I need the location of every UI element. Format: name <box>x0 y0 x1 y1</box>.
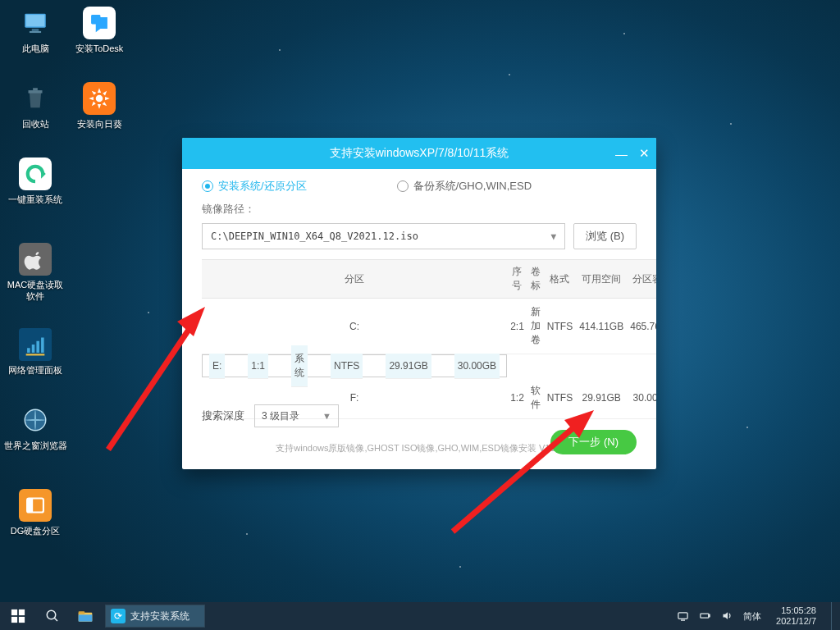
svg-rect-10 <box>36 341 39 353</box>
svg-rect-9 <box>32 345 35 353</box>
browse-button[interactable]: 浏览 (B) <box>573 223 637 249</box>
search-depth-select[interactable]: 3 级目录 ▼ <box>254 404 339 427</box>
desktop-icon-recycle-bin[interactable]: 回收站 <box>3 82 67 130</box>
svg-rect-21 <box>11 609 17 615</box>
close-button[interactable]: ✕ <box>639 146 650 161</box>
svg-rect-33 <box>709 614 710 617</box>
desktop-icon-mac-disk[interactable]: MAC硬盘读取软件 <box>3 243 67 302</box>
table-row[interactable]: C:2:1新加卷NTFS414.11GB465.76GB <box>202 299 656 354</box>
chevron-down-icon: ▼ <box>550 231 556 242</box>
svg-point-7 <box>96 95 103 103</box>
titlebar[interactable]: 支持安装windowsXP/7/8/10/11系统 — ✕ <box>182 138 656 169</box>
desktop-icon-label: 世界之窗浏览器 <box>4 441 67 450</box>
tab-label: 安装系统/还原分区 <box>218 179 307 194</box>
start-button[interactable] <box>0 602 36 630</box>
desktop-icon-reinstall[interactable]: 一键重装系统 <box>3 158 67 205</box>
tray-network-icon[interactable] <box>677 609 689 623</box>
tab-label: 备份系统/GHO,WIN,ESD <box>413 179 532 194</box>
desktop-icon-label: 一键重装系统 <box>8 194 62 204</box>
desktop-icon-label: 回收站 <box>22 119 49 129</box>
partition-table: 分区 序号 卷标 格式 可用空间 分区容量 C:2:1新加卷NTFS414.11… <box>202 259 656 419</box>
search-depth-label: 搜索深度 <box>202 409 244 423</box>
chevron-down-icon: ▼ <box>322 411 331 421</box>
tray-date: 2021/12/7 <box>776 616 816 627</box>
svg-rect-2 <box>32 29 39 31</box>
image-path-label: 镜像路径： <box>202 202 637 217</box>
tray-volume-icon[interactable] <box>721 609 733 623</box>
svg-rect-8 <box>27 348 30 353</box>
col-format: 格式 <box>544 260 576 299</box>
svg-rect-11 <box>41 338 44 353</box>
tray-ime[interactable]: 简体 <box>743 610 761 623</box>
col-index: 序号 <box>507 260 527 299</box>
desktop-icon-todesk[interactable]: 安装ToDesk <box>67 7 131 54</box>
tray-battery-icon[interactable] <box>699 609 711 623</box>
svg-rect-28 <box>79 611 85 614</box>
desktop-icon-label: DG硬盘分区 <box>11 526 61 536</box>
minimize-button[interactable]: — <box>615 147 628 161</box>
col-free: 可用空间 <box>576 260 627 299</box>
tray-time: 15:05:28 <box>776 605 816 616</box>
taskbar-search-icon[interactable] <box>36 602 69 630</box>
svg-rect-1 <box>26 15 45 26</box>
tab-backup[interactable]: 备份系统/GHO,WIN,ESD <box>397 179 532 194</box>
col-total: 分区容量 <box>627 260 656 299</box>
tab-install-restore[interactable]: 安装系统/还原分区 <box>202 179 307 194</box>
svg-rect-23 <box>11 617 17 623</box>
desktop-icon-diskgenius[interactable]: DG硬盘分区 <box>3 489 67 536</box>
taskbar-app-installer[interactable]: ⟳ 支持安装系统 <box>105 605 205 628</box>
svg-rect-32 <box>701 614 709 618</box>
table-row[interactable]: E:1:1系统NTFS29.91GB30.00GB <box>202 354 507 377</box>
taskbar: ⟳ 支持安装系统 简体 15:05:28 2021/12/7 <box>0 602 840 630</box>
svg-rect-30 <box>678 612 687 619</box>
svg-line-26 <box>54 618 57 621</box>
svg-rect-22 <box>19 609 25 615</box>
search-depth-value: 3 级目录 <box>262 409 299 423</box>
desktop-icon-network-panel[interactable]: 网络管理面板 <box>3 328 67 376</box>
desktop-icon-sunflower[interactable]: 安装向日葵 <box>67 82 131 130</box>
svg-rect-3 <box>30 31 41 33</box>
svg-rect-12 <box>26 354 45 355</box>
svg-point-25 <box>47 610 56 619</box>
svg-rect-24 <box>19 617 25 623</box>
col-label: 卷标 <box>527 260 544 299</box>
desktop-icon-label: 安装ToDesk <box>75 43 124 53</box>
image-path-value: C:\DEEPIN_WIN10_X64_Q8_V2021.12.iso <box>211 231 418 242</box>
col-partition: 分区 <box>202 260 507 299</box>
window-title: 支持安装windowsXP/7/8/10/11系统 <box>330 146 509 161</box>
desktop-icon-this-pc[interactable]: 此电脑 <box>3 7 67 54</box>
svg-rect-5 <box>29 90 43 94</box>
desktop-icon-theworld-browser[interactable]: 世界之窗浏览器 <box>3 404 67 451</box>
radio-icon <box>202 180 213 192</box>
desktop-icon-label: 网络管理面板 <box>8 365 62 375</box>
taskbar-app-label: 支持安装系统 <box>130 609 189 623</box>
desktop-icon-label: 安装向日葵 <box>77 119 122 129</box>
radio-icon <box>397 180 409 192</box>
taskbar-explorer-icon[interactable] <box>69 602 102 630</box>
installer-window: 支持安装windowsXP/7/8/10/11系统 — ✕ 安装系统/还原分区 … <box>182 138 656 469</box>
desktop-icon-label: MAC硬盘读取软件 <box>7 280 63 301</box>
show-desktop-button[interactable] <box>831 602 837 630</box>
tray-clock[interactable]: 15:05:28 2021/12/7 <box>771 605 821 627</box>
svg-rect-29 <box>79 614 93 621</box>
svg-rect-4 <box>91 15 100 24</box>
svg-rect-16 <box>27 499 33 513</box>
svg-rect-6 <box>33 88 38 90</box>
image-path-combo[interactable]: C:\DEEPIN_WIN10_X64_Q8_V2021.12.iso ▼ <box>202 223 565 249</box>
next-button[interactable]: 下一步 (N) <box>550 430 637 454</box>
desktop-icon-label: 此电脑 <box>22 43 49 53</box>
app-icon: ⟳ <box>111 609 126 623</box>
